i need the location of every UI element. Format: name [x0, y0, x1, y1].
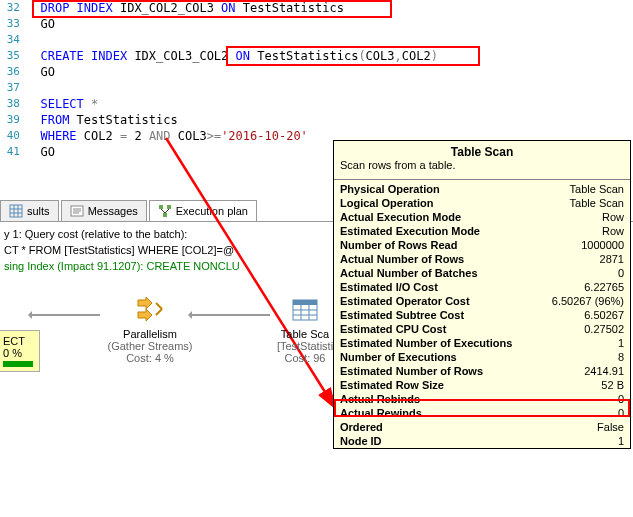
tooltip-value: 0: [618, 267, 624, 279]
tooltip-row: Number of Executions8: [334, 350, 630, 364]
line-number: 40: [0, 128, 26, 144]
tooltip-row: Actual Rebinds0: [334, 392, 630, 406]
tooltip-key: Estimated Execution Mode: [340, 225, 480, 237]
tooltip-row: Estimated I/O Cost6.22765: [334, 280, 630, 294]
tooltip-key: Estimated Number of Executions: [340, 337, 512, 349]
code-line[interactable]: [26, 80, 40, 96]
tooltip-key: Logical Operation: [340, 197, 434, 209]
tooltip-row: Actual Number of Rows2871: [334, 252, 630, 266]
operator-tooltip: Table Scan Scan rows from a table. Physi…: [333, 140, 631, 449]
line-number: 35: [0, 48, 26, 64]
tablescan-icon: [289, 294, 321, 326]
code-line[interactable]: GO: [26, 64, 55, 80]
tooltip-row: Actual Execution ModeRow: [334, 210, 630, 224]
svg-line-16: [156, 309, 162, 315]
plan-node-cost: Cost: 4 %: [90, 352, 210, 364]
tooltip-key: Estimated Number of Rows: [340, 365, 483, 377]
code-line[interactable]: GO: [26, 144, 55, 160]
line-number: 36: [0, 64, 26, 80]
tooltip-value: Row: [602, 211, 624, 223]
tooltip-row: Estimated Operator Cost6.50267 (96%): [334, 294, 630, 308]
tooltip-value: 52 B: [601, 379, 624, 391]
tooltip-key: Actual Rebinds: [340, 393, 420, 405]
tooltip-value: Row: [602, 225, 624, 237]
code-line[interactable]: WHERE COL2 = 2 AND COL3>='2016-10-20': [26, 128, 308, 144]
plan-icon: [158, 204, 172, 218]
tooltip-row: Estimated Number of Executions1: [334, 336, 630, 350]
code-line[interactable]: FROM TestStatistics: [26, 112, 178, 128]
tab-execution-plan[interactable]: Execution plan: [149, 200, 257, 221]
svg-line-15: [156, 303, 162, 309]
tooltip-value: 8: [618, 351, 624, 363]
tooltip-row: Logical OperationTable Scan: [334, 196, 630, 210]
line-number: 33: [0, 16, 26, 32]
sql-editor[interactable]: 32 DROP INDEX IDX_COL2_COL3 ON TestStati…: [0, 0, 633, 160]
tooltip-value: 1000000: [581, 239, 624, 251]
tooltip-row: Estimated Row Size52 B: [334, 378, 630, 392]
tooltip-value: 1: [618, 435, 624, 447]
tooltip-key: Estimated Row Size: [340, 379, 444, 391]
plan-node-parallelism[interactable]: Parallelism (Gather Streams) Cost: 4 %: [90, 294, 210, 364]
tooltip-key: Node ID: [340, 435, 382, 447]
tooltip-key: Actual Number of Batches: [340, 267, 478, 279]
tooltip-row: Estimated Number of Rows2414.91: [334, 364, 630, 378]
plan-node-select[interactable]: ECT 0 %: [0, 330, 40, 372]
tooltip-key: Physical Operation: [340, 183, 440, 195]
tooltip-value: 1: [618, 337, 624, 349]
tooltip-key: Number of Rows Read: [340, 239, 457, 251]
tooltip-title: Table Scan: [334, 141, 630, 159]
svg-rect-11: [167, 205, 171, 209]
tooltip-key: Actual Number of Rows: [340, 253, 464, 265]
code-line[interactable]: CREATE INDEX IDX_COL3_COL2 ON TestStatis…: [26, 48, 438, 64]
tooltip-key: Number of Executions: [340, 351, 457, 363]
tooltip-row: Node ID1: [334, 434, 630, 448]
tooltip-key: Actual Execution Mode: [340, 211, 461, 223]
line-number: 39: [0, 112, 26, 128]
svg-rect-18: [293, 300, 317, 305]
code-line[interactable]: SELECT *: [26, 96, 98, 112]
parallelism-icon: [134, 294, 166, 326]
tooltip-row: Physical OperationTable Scan: [334, 182, 630, 196]
svg-rect-12: [163, 213, 167, 217]
svg-rect-10: [159, 205, 163, 209]
tooltip-value: Table Scan: [570, 197, 624, 209]
tooltip-value: 6.50267 (96%): [552, 295, 624, 307]
tab-plan-label: Execution plan: [176, 205, 248, 217]
line-number: 34: [0, 32, 26, 48]
tooltip-row: Estimated Subtree Cost6.50267: [334, 308, 630, 322]
tooltip-key: Estimated Subtree Cost: [340, 309, 464, 321]
plan-node-title: Parallelism: [90, 328, 210, 340]
tooltip-key: Estimated Operator Cost: [340, 295, 470, 307]
grid-icon: [9, 204, 23, 218]
tab-messages[interactable]: Messages: [61, 200, 147, 221]
tooltip-row: Estimated CPU Cost0.27502: [334, 322, 630, 336]
tab-results-label: sults: [27, 205, 50, 217]
tooltip-key: Ordered: [340, 421, 383, 433]
select-cost: 0 %: [3, 347, 33, 359]
line-number: 38: [0, 96, 26, 112]
svg-line-14: [165, 209, 169, 213]
tooltip-row: OrderedFalse: [334, 420, 630, 434]
line-number: 32: [0, 0, 26, 16]
tooltip-row: Estimated Execution ModeRow: [334, 224, 630, 238]
code-line[interactable]: DROP INDEX IDX_COL2_COL3 ON TestStatisti…: [26, 0, 344, 16]
tooltip-key: Estimated CPU Cost: [340, 323, 446, 335]
tooltip-value: 2414.91: [584, 365, 624, 377]
tooltip-value: 0: [618, 407, 624, 419]
tooltip-row: Actual Rewinds0: [334, 406, 630, 420]
line-number: 41: [0, 144, 26, 160]
code-line[interactable]: GO: [26, 16, 55, 32]
tooltip-key: Actual Rewinds: [340, 407, 422, 419]
tooltip-desc: Scan rows from a table.: [334, 159, 630, 177]
tooltip-value: 0: [618, 393, 624, 405]
messages-icon: [70, 204, 84, 218]
tooltip-value: 2871: [600, 253, 624, 265]
tab-results[interactable]: sults: [0, 200, 59, 221]
tooltip-value: Table Scan: [570, 183, 624, 195]
tooltip-row: Number of Rows Read1000000: [334, 238, 630, 252]
tooltip-value: 0.27502: [584, 323, 624, 335]
code-line[interactable]: [26, 32, 40, 48]
plan-node-sub: (Gather Streams): [90, 340, 210, 352]
tooltip-key: Estimated I/O Cost: [340, 281, 438, 293]
tooltip-value: 6.50267: [584, 309, 624, 321]
